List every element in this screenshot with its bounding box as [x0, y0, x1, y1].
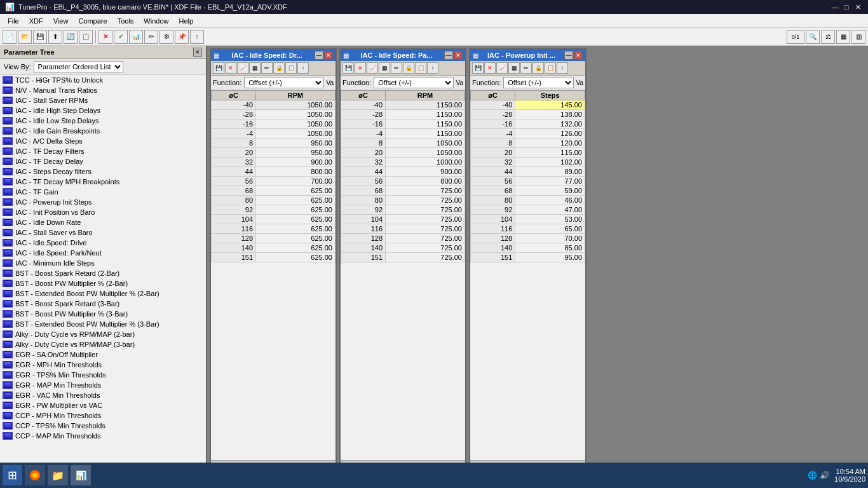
window3-min[interactable]: —	[564, 51, 573, 60]
table-cell-oc[interactable]: 8	[341, 139, 386, 148]
table-cell-value[interactable]: 725.00	[386, 243, 465, 253]
w2-up-btn[interactable]: ↑	[427, 62, 438, 74]
table-row[interactable]: 6859.00	[471, 186, 585, 196]
table-cell-oc[interactable]: 80	[341, 196, 386, 205]
menu-tools[interactable]: Tools	[112, 16, 139, 26]
table-cell-oc[interactable]: -16	[341, 119, 386, 129]
w2-table-btn[interactable]: ▦	[379, 62, 390, 74]
w1-lock-btn[interactable]: 🔒	[273, 62, 285, 74]
table-cell-oc[interactable]: -40	[212, 100, 256, 110]
param-item[interactable]: CCP - MAP Min Thresholds	[0, 431, 206, 441]
table-cell-oc[interactable]: 104	[341, 215, 386, 224]
param-item[interactable]: Alky - Duty Cycle vs RPM/MAP (2-bar)	[0, 329, 206, 339]
toolbar-right-btn5[interactable]: ▥	[851, 30, 865, 44]
param-item[interactable]: IAC - Stall Saver vs Baro	[0, 227, 206, 238]
table-cell-value[interactable]: 725.00	[386, 186, 465, 196]
table-row[interactable]: 321000.00	[341, 158, 465, 167]
w1-func-select[interactable]: Offset (+/-)	[244, 77, 323, 88]
table-cell-value[interactable]: 77.00	[515, 177, 585, 186]
table-cell-oc[interactable]: 44	[212, 167, 256, 177]
table-cell-oc[interactable]: 128	[471, 234, 515, 243]
table-row[interactable]: 14085.00	[471, 243, 585, 253]
w3-edit-btn[interactable]: ✏	[520, 62, 532, 74]
table-cell-oc[interactable]: 68	[212, 186, 256, 196]
param-item[interactable]: CCP - MPH Min Thresholds	[0, 410, 206, 421]
param-item[interactable]: EGR - MAP Min Thresholds	[0, 380, 206, 390]
w2-edit-btn[interactable]: ✏	[391, 62, 402, 74]
table-cell-value[interactable]: 725.00	[386, 253, 465, 262]
w3-save-btn[interactable]: 💾	[472, 62, 484, 74]
toolbar-copy[interactable]: 📌	[175, 30, 189, 44]
table-row[interactable]: 10453.00	[471, 215, 585, 224]
param-item[interactable]: IAC - TF Decay Delay	[0, 156, 206, 166]
table-row[interactable]: 20950.00	[212, 148, 336, 158]
table-cell-oc[interactable]: -16	[212, 119, 256, 129]
table-row[interactable]: -161050.00	[212, 119, 336, 129]
table-cell-oc[interactable]: 44	[341, 167, 386, 177]
param-item[interactable]: BST - Boost Spark Retard (2-Bar)	[0, 268, 206, 278]
table-cell-oc[interactable]: -4	[471, 129, 515, 139]
table-cell-oc[interactable]: -28	[212, 110, 256, 119]
param-item[interactable]: BST - Boost Spark Retard (3-Bar)	[0, 299, 206, 309]
w2-chart-btn[interactable]: 📈	[367, 62, 378, 74]
table-cell-value[interactable]: 1150.00	[386, 100, 465, 110]
table-cell-oc[interactable]: 140	[471, 243, 515, 253]
toolbar-btn7[interactable]: ↑	[190, 30, 204, 44]
table-cell-oc[interactable]: 151	[471, 253, 515, 262]
table-cell-value[interactable]: 1050.00	[386, 139, 465, 148]
param-view-select[interactable]: Parameter Ordered List	[34, 61, 123, 72]
table-cell-value[interactable]: 65.00	[515, 224, 585, 234]
table-cell-oc[interactable]: 92	[471, 205, 515, 215]
window1-close[interactable]: ✕	[324, 51, 333, 60]
table-cell-value[interactable]: 1050.00	[256, 100, 336, 110]
w3-table-btn[interactable]: ▦	[508, 62, 520, 74]
w1-cancel-btn[interactable]: ✕	[225, 62, 236, 74]
table-cell-value[interactable]: 625.00	[256, 215, 336, 224]
toolbar-accept[interactable]: ✓	[114, 30, 128, 44]
table-cell-oc[interactable]: 151	[212, 253, 256, 262]
toolbar-new[interactable]: 📄	[3, 30, 17, 44]
table-cell-value[interactable]: 47.00	[515, 205, 585, 215]
table-row[interactable]: 151625.00	[212, 253, 336, 262]
table-row[interactable]: 11665.00	[471, 224, 585, 234]
w1-copy-btn[interactable]: 📋	[285, 62, 297, 74]
table-cell-value[interactable]: 53.00	[515, 215, 585, 224]
table-cell-oc[interactable]: -40	[471, 100, 515, 110]
table-cell-value[interactable]: 70.00	[515, 234, 585, 243]
param-tree-close[interactable]: ✕	[193, 48, 202, 57]
table-cell-value[interactable]: 625.00	[256, 224, 336, 234]
toolbar-compare[interactable]: 📊	[129, 30, 143, 44]
table-cell-value[interactable]: 725.00	[386, 196, 465, 205]
table-row[interactable]: 8120.00	[471, 139, 585, 148]
table-cell-oc[interactable]: 80	[212, 196, 256, 205]
w3-lock-btn[interactable]: 🔒	[532, 62, 544, 74]
table-cell-value[interactable]: 725.00	[386, 205, 465, 215]
param-item[interactable]: BST - Boost PW Multiplier % (3-Bar)	[0, 309, 206, 319]
table-row[interactable]: 116725.00	[341, 224, 465, 234]
param-item[interactable]: IAC - Minimum Idle Steps	[0, 258, 206, 268]
table-row[interactable]: -281150.00	[341, 110, 465, 119]
close-button[interactable]: ✕	[853, 2, 863, 12]
table-cell-oc[interactable]: 116	[471, 224, 515, 234]
w3-copy-btn[interactable]: 📋	[545, 62, 556, 74]
table-row[interactable]: -28138.00	[471, 110, 585, 119]
param-item[interactable]: IAC - Idle Gain Breakpoints	[0, 126, 206, 136]
param-item[interactable]: BST - Boost PW Multiplier % (2-Bar)	[0, 278, 206, 288]
table-row[interactable]: 4489.00	[471, 167, 585, 177]
table-cell-value[interactable]: 625.00	[256, 205, 336, 215]
table-cell-value[interactable]: 725.00	[386, 215, 465, 224]
table-cell-oc[interactable]: -4	[341, 129, 386, 139]
param-item[interactable]: EGR - PW Multiplier vs VAC	[0, 400, 206, 410]
toolbar-right-btn3[interactable]: ⚖	[821, 30, 835, 44]
param-item[interactable]: IAC - Idle Speed: Drive	[0, 238, 206, 248]
table-cell-value[interactable]: 625.00	[256, 196, 336, 205]
param-item[interactable]: IAC - TF Decay Filters	[0, 146, 206, 156]
w3-cancel-btn[interactable]: ✕	[484, 62, 496, 74]
w3-func-select[interactable]: Offset (+/-)	[503, 77, 573, 88]
param-item[interactable]: BST - Extended Boost PW Multiplier % (3-…	[0, 319, 206, 329]
param-item[interactable]: CCP - TPS% Min Thresholds	[0, 421, 206, 431]
menu-window[interactable]: Window	[139, 16, 173, 26]
table-cell-value[interactable]: 625.00	[256, 186, 336, 196]
param-item[interactable]: BST - Extended Boost PW Multiplier % (2-…	[0, 288, 206, 299]
w1-table-btn[interactable]: ▦	[249, 62, 261, 74]
